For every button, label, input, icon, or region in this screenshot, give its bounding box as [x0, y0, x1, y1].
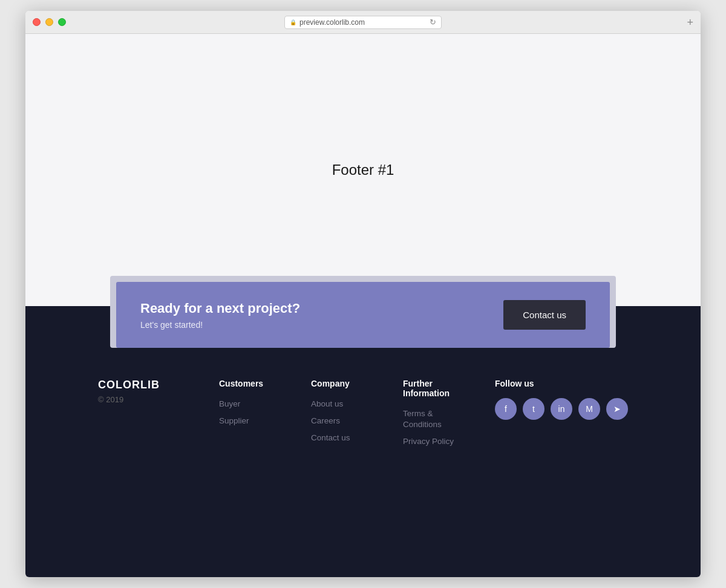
new-tab-button[interactable]: + [687, 16, 693, 28]
social-icons: f t in M ➤ [495, 398, 628, 420]
footer-col-company-links: About us Careers Contact us [311, 398, 379, 443]
maximize-button[interactable] [58, 18, 66, 26]
supplier-link[interactable]: Supplier [219, 416, 249, 425]
list-item: Contact us [311, 432, 379, 443]
footer-dark: Ready for a next project? Let's get star… [25, 306, 701, 577]
footer-col-customers: Customers Buyer Supplier [219, 379, 287, 452]
footer-social: Follow us f t in M ➤ [495, 379, 628, 420]
content-area: Footer #1 Ready for a next project? Let'… [25, 34, 701, 577]
list-item: Terms & Conditions [403, 408, 471, 430]
footer-col-company-title: Company [311, 379, 379, 388]
privacy-policy-link[interactable]: Privacy Policy [403, 437, 454, 446]
url-bar[interactable]: 🔒 preview.colorlib.com ↻ [284, 16, 442, 29]
url-text: preview.colorlib.com [299, 18, 365, 27]
list-item: Supplier [219, 415, 287, 426]
refresh-icon[interactable]: ↻ [430, 18, 436, 27]
terms-conditions-link[interactable]: Terms & Conditions [403, 409, 442, 429]
url-bar-container: 🔒 preview.colorlib.com ↻ [284, 16, 442, 29]
list-item: Privacy Policy [403, 436, 471, 446]
titlebar: 🔒 preview.colorlib.com ↻ + [25, 11, 701, 34]
medium-icon[interactable]: M [578, 398, 600, 420]
facebook-icon[interactable]: f [495, 398, 517, 420]
careers-link[interactable]: Careers [311, 416, 340, 425]
linkedin-icon[interactable]: in [551, 398, 572, 420]
contact-us-link[interactable]: Contact us [311, 433, 350, 442]
footer-brand: COLORLIB © 2019 [98, 379, 195, 404]
cta-heading: Ready for a next project? [140, 301, 300, 316]
cta-card-shadow: Ready for a next project? Let's get star… [110, 276, 616, 348]
cta-contact-button[interactable]: Contact us [503, 300, 586, 330]
footer-col-further-links: Terms & Conditions Privacy Policy [403, 408, 471, 446]
buyer-link[interactable]: Buyer [219, 399, 240, 408]
footer-col-company: Company About us Careers Contact us [311, 379, 379, 452]
twitter-icon[interactable]: t [523, 398, 544, 420]
lock-icon: 🔒 [290, 19, 296, 25]
cta-subheading: Let's get started! [140, 320, 300, 330]
about-us-link[interactable]: About us [311, 399, 343, 408]
browser-window: 🔒 preview.colorlib.com ↻ + Footer #1 Rea… [25, 11, 701, 577]
list-item: Careers [311, 415, 379, 426]
footer-col-customers-links: Buyer Supplier [219, 398, 287, 426]
traffic-lights [33, 18, 66, 26]
minimize-button[interactable] [45, 18, 53, 26]
close-button[interactable] [33, 18, 41, 26]
footer-logo: COLORLIB [98, 379, 195, 391]
list-item: Buyer [219, 398, 287, 409]
footer-col-further-title: Further Information [403, 379, 471, 398]
page-section: Footer #1 [25, 34, 701, 306]
cta-text: Ready for a next project? Let's get star… [140, 301, 300, 330]
cta-banner-wrapper: Ready for a next project? Let's get star… [98, 276, 628, 348]
list-item: About us [311, 398, 379, 409]
footer-col-customers-title: Customers [219, 379, 287, 388]
footer-columns: Customers Buyer Supplier Company About u… [219, 379, 471, 452]
footer-copyright: © 2019 [98, 395, 195, 404]
page-title: Footer #1 [332, 162, 394, 178]
cta-banner: Ready for a next project? Let's get star… [116, 282, 610, 348]
footer-col-further: Further Information Terms & Conditions P… [403, 379, 471, 452]
telegram-icon[interactable]: ➤ [606, 398, 628, 420]
footer-social-title: Follow us [495, 379, 628, 388]
